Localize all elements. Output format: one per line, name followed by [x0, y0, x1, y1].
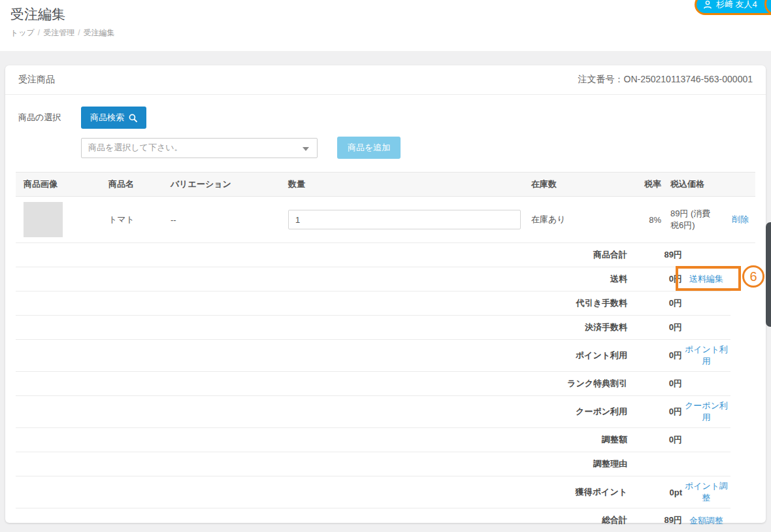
product-tax-rate: 8%: [631, 197, 663, 243]
header-stock: 在庫数: [523, 173, 631, 197]
use-points-link[interactable]: ポイント利用: [682, 344, 730, 367]
header-action: [720, 173, 755, 197]
summary-row-shipping: 送料 0円 送料編集 6: [16, 267, 730, 291]
summary-row-points-used: ポイント利用 0円 ポイント利用: [16, 340, 730, 372]
product-select-label: 商品の選択: [18, 107, 81, 159]
person-icon: [703, 0, 712, 9]
side-panel-handle[interactable]: [766, 222, 771, 327]
breadcrumb-current: 受注編集: [84, 28, 115, 37]
table-row: トマト -- 在庫あり 8% 89円 (消費税6円) 削除: [16, 197, 755, 243]
page-title: 受注編集: [10, 5, 65, 24]
header-price: 税込価格: [663, 173, 720, 197]
summary-row-grand-total: 総合計 89円 金額調整: [16, 508, 730, 532]
breadcrumb-home[interactable]: トップ: [10, 28, 35, 37]
summary-row-adjustment-reason: 調整理由: [16, 452, 730, 476]
header-tax-rate: 税率: [631, 173, 663, 197]
summary-row-adjustment: 調整額 0円: [16, 428, 730, 452]
header-quantity: 数量: [280, 173, 523, 197]
table-header-row: 商品画像 商品名 バリエーション 数量 在庫数 税率 税込価格: [16, 173, 755, 197]
order-summary: 商品合計 89円 送料 0円 送料編集 6 代引き手数料 0円 決済手数料 0円: [16, 243, 730, 532]
user-name: 杉﨑 友人4: [716, 0, 757, 10]
header-product-name: 商品名: [101, 173, 163, 197]
delete-product-link[interactable]: 削除: [732, 214, 749, 224]
product-search-button[interactable]: 商品検索: [81, 107, 146, 129]
summary-row-payment-fee: 決済手数料 0円: [16, 316, 730, 340]
breadcrumb-separator: /: [78, 28, 80, 37]
product-stock: 在庫あり: [523, 197, 631, 243]
product-name: トマト: [101, 197, 163, 243]
order-number: 注文番号：ON-250210113746-563-000001: [578, 74, 753, 86]
annotation-number-6: 6: [742, 265, 764, 288]
product-image-placeholder: [24, 202, 63, 237]
product-select[interactable]: 商品を選択して下さい。: [81, 138, 318, 158]
card-title: 受注商品: [18, 74, 55, 86]
card-header: 受注商品 注文番号：ON-250210113746-563-000001: [5, 65, 766, 95]
add-product-button[interactable]: 商品を追加: [337, 137, 401, 159]
breadcrumb-separator: /: [38, 28, 40, 37]
header-product-image: 商品画像: [16, 173, 101, 197]
top-header-band: [0, 0, 771, 51]
summary-row-subtotal: 商品合計 89円: [16, 243, 730, 267]
chevron-down-icon: [303, 147, 309, 151]
use-coupon-link[interactable]: クーポン利用: [682, 400, 730, 424]
summary-row-cod-fee: 代引き手数料 0円: [16, 291, 730, 316]
adjust-amount-link[interactable]: 金額調整: [689, 515, 723, 527]
header-variation: バリエーション: [163, 173, 280, 197]
breadcrumb-order-management[interactable]: 受注管理: [43, 28, 74, 37]
user-badge[interactable]: 杉﨑 友人4: [695, 0, 771, 15]
product-table: 商品画像 商品名 バリエーション 数量 在庫数 税率 税込価格 トマト -- 在…: [16, 172, 755, 243]
product-select-area: 商品の選択 商品検索 商品を選択して下さい。 商品を追加: [5, 95, 766, 163]
summary-row-rank-discount: ランク特典割引 0円: [16, 372, 730, 396]
search-icon: [129, 114, 137, 122]
product-select-value: 商品を選択して下さい。: [88, 142, 183, 154]
summary-row-coupon: クーポン利用 0円 クーポン利用: [16, 396, 730, 428]
edit-shipping-link[interactable]: 送料編集: [689, 273, 723, 285]
summary-row-earned-points: 獲得ポイント 0pt ポイント調整: [16, 476, 730, 508]
adjust-points-link[interactable]: ポイント調整: [682, 480, 730, 504]
order-items-card: 受注商品 注文番号：ON-250210113746-563-000001 商品の…: [5, 65, 766, 523]
quantity-input[interactable]: [288, 210, 521, 229]
product-price: 89円 (消費税6円): [663, 197, 720, 243]
breadcrumb: トップ/受注管理/受注編集: [10, 27, 115, 39]
product-variation: --: [163, 197, 280, 243]
